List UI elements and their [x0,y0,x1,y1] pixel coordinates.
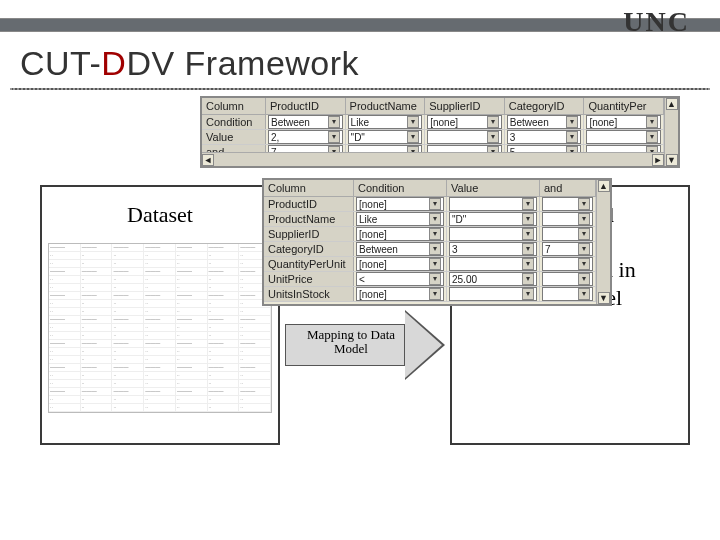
chevron-down-icon[interactable]: ▾ [429,198,441,210]
chevron-down-icon[interactable]: ▾ [407,131,419,143]
combo-box[interactable]: [none]▾ [586,115,661,129]
horizontal-scrollbar[interactable]: ◄ ► [202,152,664,166]
chevron-down-icon[interactable]: ▾ [429,243,441,255]
chevron-down-icon[interactable]: ▾ [578,228,590,240]
row-label: SupplierID [264,227,354,241]
filter-cell: ▾ [540,287,596,301]
combo-box[interactable]: [none]▾ [356,287,444,301]
filter-cell: 25.00▾ [447,272,540,286]
row-label: ProductName [264,212,354,226]
combo-box[interactable]: 25.00▾ [449,272,537,286]
chevron-down-icon[interactable]: ▾ [429,258,441,270]
combo-box[interactable]: [none]▾ [427,115,502,129]
row-label: ProductID [264,197,354,211]
combo-box[interactable]: ▾ [586,130,661,144]
combo-box[interactable]: ▾ [542,257,593,271]
chevron-down-icon[interactable]: ▾ [487,116,499,128]
title-underline [10,88,710,90]
combo-box[interactable]: [none]▾ [356,257,444,271]
combo-box[interactable]: ▾ [542,227,593,241]
chevron-down-icon[interactable]: ▾ [578,213,590,225]
filter-cell: ▾ [540,272,596,286]
scroll-down-icon[interactable]: ▼ [598,292,610,304]
column-header: Value [447,180,540,196]
combo-box[interactable]: 3▾ [449,242,537,256]
combo-box[interactable]: Like▾ [356,212,444,226]
scroll-up-icon[interactable]: ▲ [666,98,678,110]
chevron-down-icon[interactable]: ▾ [522,273,534,285]
chevron-down-icon[interactable]: ▾ [407,116,419,128]
chevron-down-icon[interactable]: ▾ [328,131,340,143]
scroll-up-icon[interactable]: ▲ [598,180,610,192]
filter-cell: 2,▾ [266,130,346,144]
combo-box[interactable]: ▾ [542,272,593,286]
chevron-down-icon[interactable]: ▾ [566,131,578,143]
arrow-head-icon [405,310,445,380]
combo-box[interactable]: Between▾ [356,242,444,256]
scroll-down-icon[interactable]: ▼ [666,154,678,166]
combo-box[interactable]: [none]▾ [356,197,444,211]
chevron-down-icon[interactable]: ▾ [429,288,441,300]
combo-box[interactable]: ▾ [542,212,593,226]
combo-box[interactable]: ▾ [449,257,537,271]
chevron-down-icon[interactable]: ▾ [522,243,534,255]
combo-box[interactable]: Between▾ [268,115,343,129]
vertical-scrollbar[interactable]: ▲ ▼ [596,180,610,304]
row-header-column: Column [264,180,354,196]
chevron-down-icon[interactable]: ▾ [646,131,658,143]
scroll-left-icon[interactable]: ◄ [202,154,214,166]
filter-row: CategoryIDBetween▾3▾7▾ [264,242,610,257]
combo-box[interactable]: ▾ [449,287,537,301]
combo-box[interactable]: ▾ [542,197,593,211]
chevron-down-icon[interactable]: ▾ [522,213,534,225]
combo-box[interactable]: 2,▾ [268,130,343,144]
chevron-down-icon[interactable]: ▾ [578,198,590,210]
filter-cell: ▾ [584,130,664,144]
filter-cell: [none]▾ [584,115,664,129]
row-label: CategoryID [264,242,354,256]
filter-cell: [none]▾ [425,115,505,129]
combo-box[interactable]: ▾ [449,227,537,241]
chevron-down-icon[interactable]: ▾ [578,273,590,285]
filter-row: ProductID[none]▾▾▾ [264,197,610,212]
chevron-down-icon[interactable]: ▾ [578,258,590,270]
combo-box[interactable]: [none]▾ [356,227,444,241]
chevron-down-icon[interactable]: ▾ [522,228,534,240]
chevron-down-icon[interactable]: ▾ [429,213,441,225]
chevron-down-icon[interactable]: ▾ [566,116,578,128]
vertical-scrollbar[interactable]: ▲ ▼ [664,98,678,166]
combo-box[interactable]: ▾ [449,197,537,211]
combo-box[interactable]: ▾ [542,287,593,301]
combo-box[interactable]: Like▾ [348,115,423,129]
chevron-down-icon[interactable]: ▾ [522,288,534,300]
filter-cell: Between▾ [354,242,447,256]
header-bar [0,18,720,32]
chevron-down-icon[interactable]: ▾ [429,273,441,285]
combo-box[interactable]: 7▾ [542,242,593,256]
filter-cell: [none]▾ [354,227,447,241]
column-header: ProductID [266,98,346,114]
combo-box[interactable]: Between▾ [507,115,582,129]
chevron-down-icon[interactable]: ▾ [646,116,658,128]
page-title: CUT-DDV Framework [20,44,359,83]
scroll-right-icon[interactable]: ► [652,154,664,166]
filter-cell: 3▾ [505,130,585,144]
dataset-spreadsheet: —————————————————————···················… [48,243,272,413]
chevron-down-icon[interactable]: ▾ [429,228,441,240]
combo-box[interactable]: "D"▾ [449,212,537,226]
filter-panel-horizontal: ColumnProductIDProductNameSupplierIDCate… [200,96,680,168]
chevron-down-icon[interactable]: ▾ [487,131,499,143]
combo-box[interactable]: "D"▾ [348,130,423,144]
filter-row: QuantityPerUnit[none]▾▾▾ [264,257,610,272]
filter-row: ProductNameLike▾"D"▾▾ [264,212,610,227]
chevron-down-icon[interactable]: ▾ [578,288,590,300]
filter-cell: [none]▾ [354,287,447,301]
combo-box[interactable]: 3▾ [507,130,582,144]
chevron-down-icon[interactable]: ▾ [522,258,534,270]
chevron-down-icon[interactable]: ▾ [328,116,340,128]
combo-box[interactable]: <▾ [356,272,444,286]
chevron-down-icon[interactable]: ▾ [578,243,590,255]
filter-cell: ▾ [540,197,596,211]
chevron-down-icon[interactable]: ▾ [522,198,534,210]
combo-box[interactable]: ▾ [427,130,502,144]
